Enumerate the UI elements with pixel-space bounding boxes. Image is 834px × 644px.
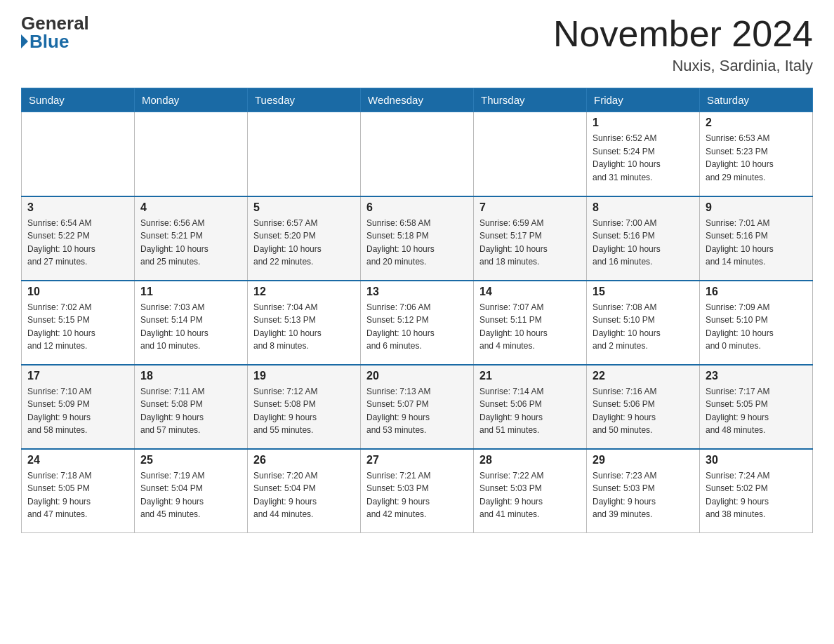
calendar-week-row: 3Sunrise: 6:54 AM Sunset: 5:22 PM Daylig… [22,196,813,281]
logo-blue-text: Blue [21,32,69,51]
calendar-cell: 13Sunrise: 7:06 AM Sunset: 5:12 PM Dayli… [361,281,474,365]
day-number: 15 [593,286,694,298]
calendar-cell: 2Sunrise: 6:53 AM Sunset: 5:23 PM Daylig… [700,112,813,196]
calendar-cell: 28Sunrise: 7:22 AM Sunset: 5:03 PM Dayli… [474,449,587,533]
day-number: 19 [253,370,355,382]
day-info: Sunrise: 7:02 AM Sunset: 5:15 PM Dayligh… [27,301,128,353]
day-number: 24 [27,454,128,467]
calendar-cell: 3Sunrise: 6:54 AM Sunset: 5:22 PM Daylig… [22,196,135,281]
day-number: 30 [706,454,807,467]
day-info: Sunrise: 7:03 AM Sunset: 5:14 PM Dayligh… [140,301,241,353]
calendar-cell [474,112,587,196]
calendar-cell: 10Sunrise: 7:02 AM Sunset: 5:15 PM Dayli… [22,281,135,365]
weekday-header-tuesday: Tuesday [248,88,361,112]
weekday-header-wednesday: Wednesday [361,88,474,112]
calendar-cell: 9Sunrise: 7:01 AM Sunset: 5:16 PM Daylig… [700,196,813,281]
page-header: General Blue November 2024 Nuxis, Sardin… [21,14,813,75]
calendar-cell: 14Sunrise: 7:07 AM Sunset: 5:11 PM Dayli… [474,281,587,365]
day-info: Sunrise: 7:21 AM Sunset: 5:03 PM Dayligh… [366,469,468,521]
weekday-header-monday: Monday [135,88,248,112]
day-number: 13 [366,286,468,298]
calendar-cell: 1Sunrise: 6:52 AM Sunset: 5:24 PM Daylig… [587,112,700,196]
day-info: Sunrise: 7:16 AM Sunset: 5:06 PM Dayligh… [593,385,694,437]
calendar-cell: 15Sunrise: 7:08 AM Sunset: 5:10 PM Dayli… [587,281,700,365]
calendar-cell: 4Sunrise: 6:56 AM Sunset: 5:21 PM Daylig… [135,196,248,281]
calendar-cell: 21Sunrise: 7:14 AM Sunset: 5:06 PM Dayli… [474,365,587,449]
day-info: Sunrise: 6:53 AM Sunset: 5:23 PM Dayligh… [706,132,807,184]
calendar-cell: 19Sunrise: 7:12 AM Sunset: 5:08 PM Dayli… [248,365,361,449]
calendar-cell: 24Sunrise: 7:18 AM Sunset: 5:05 PM Dayli… [22,449,135,533]
day-number: 29 [593,454,694,467]
day-info: Sunrise: 7:19 AM Sunset: 5:04 PM Dayligh… [140,469,241,521]
calendar-week-row: 10Sunrise: 7:02 AM Sunset: 5:15 PM Dayli… [22,281,813,365]
day-number: 21 [479,370,581,382]
day-number: 3 [27,201,128,214]
day-info: Sunrise: 7:11 AM Sunset: 5:08 PM Dayligh… [140,385,241,437]
calendar-week-row: 1Sunrise: 6:52 AM Sunset: 5:24 PM Daylig… [22,112,813,196]
calendar-cell: 23Sunrise: 7:17 AM Sunset: 5:05 PM Dayli… [700,365,813,449]
weekday-header-sunday: Sunday [22,88,135,112]
day-number: 8 [593,201,694,214]
day-info: Sunrise: 6:57 AM Sunset: 5:20 PM Dayligh… [253,217,355,269]
day-info: Sunrise: 6:58 AM Sunset: 5:18 PM Dayligh… [366,217,468,269]
calendar-cell: 20Sunrise: 7:13 AM Sunset: 5:07 PM Dayli… [361,365,474,449]
calendar-cell: 26Sunrise: 7:20 AM Sunset: 5:04 PM Dayli… [248,449,361,533]
day-number: 17 [27,370,128,382]
calendar-cell: 29Sunrise: 7:23 AM Sunset: 5:03 PM Dayli… [587,449,700,533]
day-number: 1 [593,116,694,129]
calendar-cell: 17Sunrise: 7:10 AM Sunset: 5:09 PM Dayli… [22,365,135,449]
day-number: 12 [253,286,355,298]
logo-triangle-icon [21,34,28,48]
calendar-week-row: 17Sunrise: 7:10 AM Sunset: 5:09 PM Dayli… [22,365,813,449]
day-info: Sunrise: 7:23 AM Sunset: 5:03 PM Dayligh… [593,469,694,521]
day-info: Sunrise: 7:01 AM Sunset: 5:16 PM Dayligh… [706,217,807,269]
day-info: Sunrise: 7:13 AM Sunset: 5:07 PM Dayligh… [366,385,468,437]
calendar-table: SundayMondayTuesdayWednesdayThursdayFrid… [21,88,813,533]
day-info: Sunrise: 7:04 AM Sunset: 5:13 PM Dayligh… [253,301,355,353]
calendar-cell: 30Sunrise: 7:24 AM Sunset: 5:02 PM Dayli… [700,449,813,533]
day-info: Sunrise: 7:09 AM Sunset: 5:10 PM Dayligh… [706,301,807,353]
calendar-cell: 7Sunrise: 6:59 AM Sunset: 5:17 PM Daylig… [474,196,587,281]
day-number: 16 [706,286,807,298]
day-number: 28 [479,454,581,467]
day-number: 4 [140,201,241,214]
calendar-cell: 18Sunrise: 7:11 AM Sunset: 5:08 PM Dayli… [135,365,248,449]
logo: General Blue [21,14,89,51]
day-info: Sunrise: 7:17 AM Sunset: 5:05 PM Dayligh… [706,385,807,437]
day-number: 22 [593,370,694,382]
calendar-cell: 12Sunrise: 7:04 AM Sunset: 5:13 PM Dayli… [248,281,361,365]
day-info: Sunrise: 6:56 AM Sunset: 5:21 PM Dayligh… [140,217,241,269]
day-info: Sunrise: 6:54 AM Sunset: 5:22 PM Dayligh… [27,217,128,269]
day-info: Sunrise: 7:10 AM Sunset: 5:09 PM Dayligh… [27,385,128,437]
day-info: Sunrise: 7:24 AM Sunset: 5:02 PM Dayligh… [706,469,807,521]
day-info: Sunrise: 7:12 AM Sunset: 5:08 PM Dayligh… [253,385,355,437]
calendar-cell: 8Sunrise: 7:00 AM Sunset: 5:16 PM Daylig… [587,196,700,281]
calendar-cell: 16Sunrise: 7:09 AM Sunset: 5:10 PM Dayli… [700,281,813,365]
weekday-header-thursday: Thursday [474,88,587,112]
calendar-cell [361,112,474,196]
month-year-title: November 2024 [553,14,813,54]
day-number: 7 [479,201,581,214]
weekday-header-saturday: Saturday [700,88,813,112]
day-number: 2 [706,116,807,129]
calendar-cell: 11Sunrise: 7:03 AM Sunset: 5:14 PM Dayli… [135,281,248,365]
calendar-cell: 5Sunrise: 6:57 AM Sunset: 5:20 PM Daylig… [248,196,361,281]
day-info: Sunrise: 7:20 AM Sunset: 5:04 PM Dayligh… [253,469,355,521]
day-number: 10 [27,286,128,298]
location-subtitle: Nuxis, Sardinia, Italy [553,57,813,75]
calendar-week-row: 24Sunrise: 7:18 AM Sunset: 5:05 PM Dayli… [22,449,813,533]
day-info: Sunrise: 7:00 AM Sunset: 5:16 PM Dayligh… [593,217,694,269]
calendar-cell: 22Sunrise: 7:16 AM Sunset: 5:06 PM Dayli… [587,365,700,449]
calendar-cell: 25Sunrise: 7:19 AM Sunset: 5:04 PM Dayli… [135,449,248,533]
day-number: 5 [253,201,355,214]
calendar-cell [135,112,248,196]
day-info: Sunrise: 7:08 AM Sunset: 5:10 PM Dayligh… [593,301,694,353]
calendar-cell [248,112,361,196]
day-number: 23 [706,370,807,382]
day-info: Sunrise: 7:06 AM Sunset: 5:12 PM Dayligh… [366,301,468,353]
day-number: 11 [140,286,241,298]
day-info: Sunrise: 6:59 AM Sunset: 5:17 PM Dayligh… [479,217,581,269]
logo-general-text: General [21,14,89,32]
weekday-header-friday: Friday [587,88,700,112]
weekday-header-row: SundayMondayTuesdayWednesdayThursdayFrid… [22,88,813,112]
